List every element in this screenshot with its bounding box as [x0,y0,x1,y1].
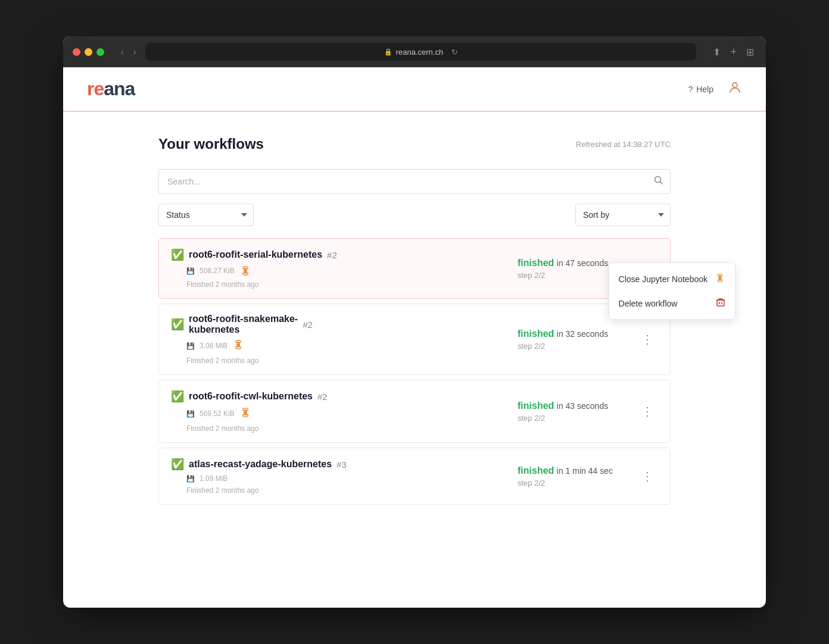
search-container [158,169,671,194]
disk-icon: 💾 [186,267,195,275]
workflow-meta: 💾 1.09 MiB [186,474,518,483]
workflow-status-info: finished in 43 seconds step 2/2 [518,401,637,423]
app-header: reana ? Help [63,67,766,112]
workflow-size: 1.09 MiB [200,474,227,483]
workflow-size: 3.08 MiB [200,342,227,350]
share-button[interactable]: ⬆ [710,43,723,61]
grid-button[interactable]: ⊞ [744,43,756,61]
jupyter-badge [232,339,244,353]
user-profile-button[interactable] [728,80,742,98]
delete-workflow-item[interactable]: Delete workflow [609,292,735,315]
workflow-list: ✅ root6-roofit-serial-kubernetes #2 💾 50… [158,238,671,508]
workflow-time: Finished 2 months ago [186,280,518,289]
svg-rect-11 [717,300,724,306]
more-actions-button[interactable]: ⋮ [637,331,658,348]
svg-line-2 [660,182,663,185]
refresh-time: Refreshed at 14:38:27 UTC [576,140,671,149]
svg-point-18 [237,343,239,346]
workflow-title-row: ✅ root6-roofit-serial-kubernetes #2 [171,248,518,261]
browser-controls: ‹ › [119,45,138,59]
workflow-status-line: finished in 32 seconds [518,329,608,339]
back-button[interactable]: ‹ [119,45,126,59]
minimize-button[interactable] [85,48,92,56]
workflow-time: Finished 2 months ago [186,486,518,495]
help-button[interactable]: ? Help [688,85,713,94]
disk-icon: 💾 [186,410,195,418]
disk-icon: 💾 [186,475,195,483]
search-input[interactable] [158,169,671,194]
page-header: Your workflows Refreshed at 14:38:27 UTC [158,136,671,152]
status-check-icon: ✅ [171,318,184,331]
search-icon [654,176,663,185]
close-jupyter-label: Close Jupyter Notebook [619,274,708,284]
disk-icon: 💾 [186,342,195,350]
workflow-run-id: #2 [327,250,337,260]
workflow-meta: 💾 508.27 KiB [186,265,518,277]
help-icon: ? [688,85,693,94]
app-logo[interactable]: reana [87,78,135,100]
workflow-card[interactable]: ✅ root6-roofit-snakemake-kubernetes #2 💾… [158,304,671,375]
browser-actions: ⬆ + ⊞ [710,43,756,61]
workflow-status-line: finished in 43 seconds [518,401,608,411]
workflow-card[interactable]: ✅ root6-roofit-cwl-kubernetes #2 💾 569.5… [158,380,671,443]
help-label: Help [696,85,713,94]
workflow-status-line: finished in 47 seconds [518,258,608,268]
workflow-left: ✅ root6-roofit-snakemake-kubernetes #2 💾… [171,314,518,365]
forward-button[interactable]: › [131,45,139,59]
jupyter-context-icon [715,273,725,283]
workflow-actions: ⋮ [637,468,658,484]
workflow-meta: 💾 3.08 MiB [186,339,518,353]
status-duration: in 32 seconds [557,329,608,339]
workflow-name: root6-roofit-serial-kubernetes [189,249,322,260]
status-filter[interactable]: Status Finished Running Failed [158,204,254,226]
svg-point-10 [719,277,721,279]
lock-icon: 🔒 [384,48,392,56]
refresh-icon[interactable]: ↻ [451,48,458,57]
workflow-time: Finished 2 months ago [186,424,518,433]
workflow-size: 508.27 KiB [200,267,235,275]
more-actions-button[interactable]: ⋮ [637,468,658,484]
url-text: reana.cern.ch [396,48,444,57]
status-step: step 2/2 [518,414,545,423]
search-button[interactable] [654,176,663,187]
jupyter-icon [232,339,244,351]
workflow-card[interactable]: ✅ atlas-recast-yadage-kubernetes #3 💾 1.… [158,448,671,505]
workflow-time: Finished 2 months ago [186,357,518,365]
filters-row: Status Finished Running Failed Sort by N… [158,204,671,226]
page-title: Your workflows [158,136,264,152]
workflow-card[interactable]: ✅ root6-roofit-serial-kubernetes #2 💾 50… [158,238,671,299]
sort-select[interactable]: Sort by Name Date Status [575,204,671,226]
jupyter-menu-icon [715,273,725,286]
user-icon [728,80,742,95]
status-check-icon: ✅ [171,458,184,471]
workflow-name: root6-roofit-snakemake-kubernetes [189,314,298,335]
workflow-title-row: ✅ atlas-recast-yadage-kubernetes #3 [171,458,518,471]
status-label: finished [518,258,554,268]
workflow-title-row: ✅ root6-roofit-snakemake-kubernetes #2 [171,314,518,335]
workflow-actions: ⋮ [637,403,658,420]
jupyter-icon [239,265,251,277]
workflow-status-info: finished in 1 min 44 sec step 2/2 [518,465,637,487]
more-actions-button[interactable]: ⋮ [637,403,658,420]
jupyter-badge [239,265,251,277]
close-jupyter-item[interactable]: Close Jupyter Notebook [609,267,735,292]
status-label: finished [518,465,554,476]
status-duration: in 47 seconds [557,258,608,268]
workflow-actions: ⋮ [637,331,658,348]
workflow-run-id: #2 [317,392,328,402]
status-step: step 2/2 [518,479,545,487]
svg-point-0 [733,83,737,87]
status-duration: in 1 min 44 sec [557,466,613,476]
workflow-run-id: #3 [336,459,347,470]
delete-icon [716,298,725,307]
status-duration: in 43 seconds [557,401,608,411]
status-check-icon: ✅ [171,248,184,261]
status-check-icon: ✅ [171,390,184,403]
new-tab-button[interactable]: + [728,43,739,61]
workflow-size: 569.52 KiB [200,409,235,418]
close-button[interactable] [73,48,80,56]
fullscreen-button[interactable] [96,48,104,56]
status-step: step 2/2 [518,342,545,351]
address-bar[interactable]: 🔒 reana.cern.ch ↻ [145,43,696,61]
jupyter-badge [239,407,251,421]
